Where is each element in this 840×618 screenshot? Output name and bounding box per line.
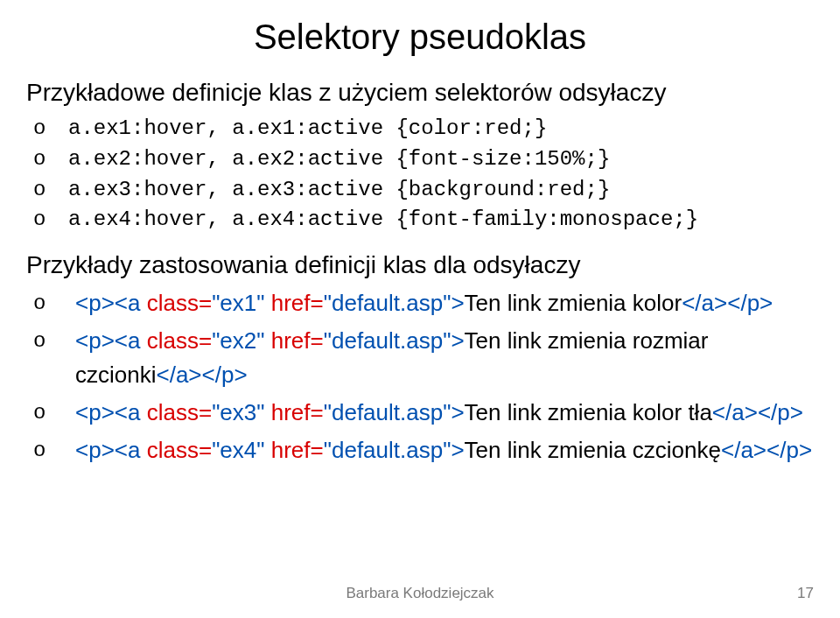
link-text: Ten link zmienia czcionkę (465, 437, 721, 463)
val: "default.asp" (324, 437, 452, 463)
val: "ex3" (212, 399, 264, 425)
html-line: <p><a class="ex1" href="default.asp">Ten… (26, 286, 814, 320)
subtitle-definitions: Przykładowe definicje klas z użyciem sel… (26, 79, 814, 107)
tag-close: > (451, 399, 464, 425)
tag-end: </a></p> (721, 437, 812, 463)
val: "default.asp" (324, 399, 452, 425)
val: "ex4" (212, 437, 264, 463)
subtitle-examples: Przykłady zastosowania definicji klas dl… (26, 251, 814, 279)
val: "ex1" (212, 290, 264, 316)
attr: class= (140, 327, 212, 354)
html-line: <p><a class="ex3" href="default.asp">Ten… (26, 396, 814, 430)
code-line: a.ex2:hover, a.ex2:active {font-size:150… (26, 144, 814, 175)
html-example-list: <p><a class="ex1" href="default.asp">Ten… (26, 286, 814, 467)
tag-open: <p><a (75, 399, 140, 425)
tag-close: > (451, 437, 464, 463)
html-line: <p><a class="ex4" href="default.asp">Ten… (26, 433, 814, 467)
attr: href= (265, 290, 324, 316)
footer-author: Barbara Kołodziejczak (0, 585, 840, 602)
val: "default.asp" (324, 327, 452, 354)
tag-end: </a></p> (682, 290, 773, 316)
html-line: <p><a class="ex2" href="default.asp">Ten… (26, 324, 814, 392)
tag-close: > (451, 327, 464, 354)
tag-end: </a></p> (712, 399, 803, 425)
tag-open: <p><a (75, 437, 140, 463)
link-text: Ten link zmienia kolor (465, 290, 682, 316)
tag-open: <p><a (75, 290, 140, 316)
attr: href= (265, 399, 324, 425)
attr: href= (265, 327, 324, 354)
attr: href= (265, 437, 324, 463)
tag-close: > (451, 290, 464, 316)
link-text: Ten link zmienia kolor tła (465, 399, 712, 425)
val: "default.asp" (324, 290, 452, 316)
code-line: a.ex3:hover, a.ex3:active {background:re… (26, 175, 814, 206)
code-example-list: a.ex1:hover, a.ex1:active {color:red;} a… (26, 114, 814, 235)
tag-end: </a></p> (156, 362, 247, 388)
page-number: 17 (797, 585, 814, 602)
attr: class= (140, 290, 212, 316)
code-line: a.ex4:hover, a.ex4:active {font-family:m… (26, 205, 814, 235)
slide-title: Selektory pseudoklas (114, 18, 726, 57)
tag-open: <p><a (75, 327, 140, 354)
code-line: a.ex1:hover, a.ex1:active {color:red;} (26, 114, 814, 144)
attr: class= (140, 399, 212, 425)
val: "ex2" (212, 327, 264, 354)
attr: class= (140, 437, 212, 463)
